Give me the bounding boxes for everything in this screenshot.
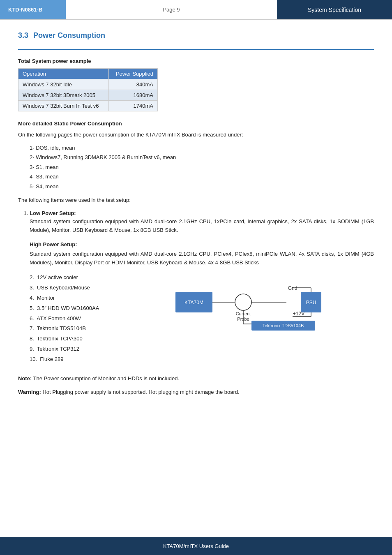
- svg-text:Tektronix TDS5104B: Tektronix TDS5104B: [263, 323, 304, 328]
- high-power-text: Standard system configuration equipped w…: [30, 250, 374, 267]
- condition-item: S1, mean: [30, 163, 374, 171]
- svg-text:Gnd: Gnd: [288, 285, 297, 291]
- block-diagram: KTA70M Gnd PSU +12V: [171, 278, 323, 331]
- svg-point-3: [235, 294, 251, 310]
- page-header: KTD-N0861-B Page 9 System Specification: [0, 0, 392, 20]
- static-heading: More detailed Static Power Consumption: [18, 120, 374, 127]
- footer-text: KTA70M/mITX Users Guide: [163, 543, 229, 549]
- condition-item: Windows7, Running 3DMARK 2005 & BurnInTe…: [30, 153, 374, 162]
- section-divider: [18, 49, 374, 50]
- items-list-item: 9. Tektronix TCP312: [30, 345, 108, 354]
- op-cell: Windows 7 32bit 3Dmark 2005: [18, 90, 109, 101]
- table-row: Windows 7 32bit Idle840mA: [18, 79, 158, 90]
- header-section-title: System Specification: [277, 0, 392, 19]
- power-cell: 1740mA: [108, 101, 157, 111]
- items-list-item: 3. USB Keyboard/Mouse: [30, 284, 108, 292]
- condition-item: S3, mean: [30, 173, 374, 181]
- table-row: Windows 7 32bit 3Dmark 20051680mA: [18, 90, 158, 101]
- items-list-item: 8. Tektronix TCPA300: [30, 335, 108, 343]
- items-list-item: 2. 12V active cooler: [30, 273, 108, 282]
- op-cell: Windows 7 32bit Idle: [18, 79, 109, 90]
- col-operation: Operation: [18, 69, 109, 79]
- conditions-list: DOS, idle, meanWindows7, Running 3DMARK …: [18, 144, 374, 191]
- low-power-item: Low Power Setup: Standard system configu…: [30, 209, 374, 235]
- condition-item: DOS, idle, mean: [30, 144, 374, 152]
- items-list-item: 6. ATX Fortron 400W: [30, 314, 108, 323]
- section-number: 3.3: [18, 31, 28, 40]
- items-list-item: 4. Monitor: [30, 294, 108, 303]
- power-cell: 1680mA: [108, 90, 157, 101]
- test-setup-intro: The following items were used in the tes…: [18, 196, 374, 204]
- static-para: On the following pages the power consump…: [18, 131, 374, 139]
- high-power-label: High Power Setup:: [30, 241, 374, 247]
- note-bold: Note:: [18, 375, 32, 382]
- items-list: 2. 12V active cooler3. USB Keyboard/Mous…: [18, 273, 108, 363]
- condition-item: S4, mean: [30, 183, 374, 191]
- warning-line: Warning: Hot Plugging power supply is no…: [18, 388, 374, 396]
- svg-text:KTA70M: KTA70M: [184, 300, 203, 305]
- high-power-section: High Power Setup: Standard system config…: [30, 241, 374, 267]
- diagram-area: 2. 12V active cooler3. USB Keyboard/Mous…: [18, 273, 374, 368]
- warning-text: Hot Plugging power supply is not support…: [41, 389, 240, 395]
- page-footer: KTA70M/mITX Users Guide: [0, 537, 392, 555]
- items-list-col: 2. 12V active cooler3. USB Keyboard/Mous…: [18, 273, 108, 368]
- table-row: Windows 7 32bit Burn In Test v61740mA: [18, 101, 158, 111]
- low-power-label: Low Power Setup:: [30, 210, 76, 216]
- items-list-item: 5. 3.5″ HDD WD WD1600AA: [30, 304, 108, 313]
- table-heading: Total System power example: [18, 58, 374, 64]
- power-table: Operation Power Supplied Windows 7 32bit…: [18, 68, 158, 111]
- note-text: The Power consumption of Monitor and HDD…: [32, 375, 179, 382]
- items-list-item: 10. Fluke 289: [30, 355, 108, 364]
- section-heading: 3.3 Power Consumption: [18, 31, 374, 40]
- main-content: 3.3 Power Consumption Total System power…: [0, 20, 392, 421]
- note-line: Note: The Power consumption of Monitor a…: [18, 375, 374, 383]
- section-title: Power Consumption: [33, 31, 105, 40]
- power-cell: 840mA: [108, 79, 157, 90]
- op-cell: Windows 7 32bit Burn In Test v6: [18, 101, 109, 111]
- setup-ol: Low Power Setup: Standard system configu…: [18, 209, 374, 235]
- diagram-col: KTA70M Gnd PSU +12V: [121, 273, 374, 331]
- header-page-number: Page 9: [66, 0, 277, 19]
- col-power: Power Supplied: [108, 69, 157, 79]
- items-list-item: 7. Tektronix TDS5104B: [30, 324, 108, 333]
- svg-text:PSU: PSU: [306, 300, 316, 305]
- warning-bold: Warning:: [18, 389, 41, 395]
- low-power-text: Standard system configuration equipped w…: [30, 217, 374, 235]
- svg-text:+12V: +12V: [293, 311, 304, 317]
- header-doc-id: KTD-N0861-B: [0, 0, 66, 19]
